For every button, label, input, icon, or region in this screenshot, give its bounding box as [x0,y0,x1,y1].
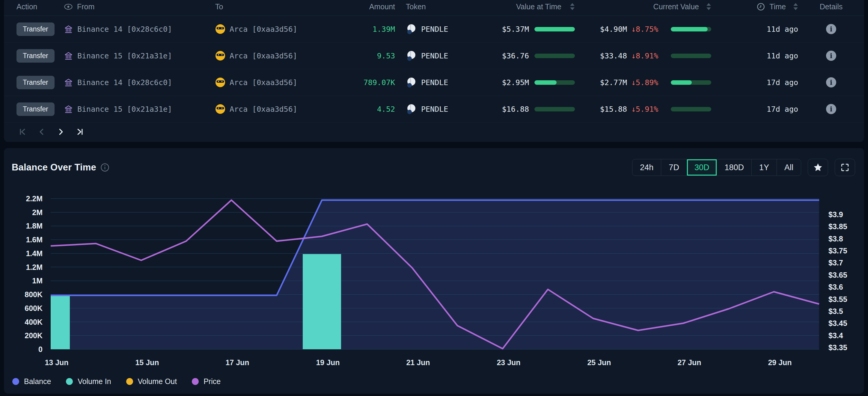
details-info-icon[interactable]: i [826,77,836,88]
arca-avatar-icon [215,24,225,34]
column-header-action: Action [4,2,64,11]
current-value: $15.88 [600,105,627,113]
next-page-icon [56,127,66,137]
to-cell[interactable]: Arca [0xaa3d56] [215,77,340,88]
details-info-icon[interactable]: i [826,51,836,61]
column-header-token: Token [395,2,470,11]
eye-icon [64,4,73,10]
prev-page-button[interactable] [36,126,47,137]
legend-item-balance[interactable]: Balance [12,377,51,386]
bank-icon [64,104,73,114]
change-percent: ↓5.91% [631,105,666,113]
time-ago: 17d ago [767,105,798,113]
current-value-cell: $4.90M↓8.75% [575,25,711,34]
from-entity: Binance 15 [0x21a31e] [77,105,172,113]
value-at-time-cell: $16.88 [470,105,575,113]
value-at-time-cell: $5.37M [470,25,575,34]
arca-avatar-icon [215,51,225,61]
transactions-card: ActionFromToAmountTokenValue at TimeCurr… [4,0,864,142]
details-cell: i [798,24,864,34]
column-header-current-value[interactable]: Current Value [575,2,711,11]
time-cell: 17d ago [711,105,798,113]
bank-icon [64,25,73,34]
token-cell[interactable]: PENDLE [395,24,470,35]
range-button-all[interactable]: All [777,159,801,175]
current-value-bar [671,80,711,85]
current-value: $4.90M [600,25,627,34]
from-cell[interactable]: Binance 14 [0x28c6c0] [64,78,215,87]
change-percent: ↓5.89% [631,78,666,87]
token-name: PENDLE [421,52,448,60]
change-percent: ↓8.75% [631,25,666,34]
column-label: From [77,2,94,11]
sort-icon[interactable] [793,2,798,11]
legend-dot [192,378,199,385]
action-badge[interactable]: Transfer [17,102,55,116]
from-entity: Binance 14 [0x28c6c0] [77,25,172,34]
column-header-to: To [215,2,340,11]
value-at-time: $5.37M [502,25,529,34]
table-header-row: ActionFromToAmountTokenValue at TimeCurr… [4,0,864,16]
column-header-details: Details [798,2,864,11]
legend-item-volume-out[interactable]: Volume Out [126,377,177,386]
value-bar [534,80,575,85]
range-button-7d[interactable]: 7D [661,159,687,175]
details-info-icon[interactable]: i [826,104,836,114]
column-label: Token [406,2,426,11]
chart-header: Balance Over Time 24h7D30D180D1YAll [4,148,864,176]
from-cell[interactable]: Binance 15 [0x21a31e] [64,104,215,114]
action-badge[interactable]: Transfer [17,49,55,63]
legend-dot [12,378,19,385]
token-cell[interactable]: PENDLE [395,77,470,88]
last-page-icon [75,127,85,137]
from-cell[interactable]: Binance 15 [0x21a31e] [64,51,215,61]
last-page-button[interactable] [74,126,86,137]
to-cell[interactable]: Arca [0xaa3d56] [215,51,340,61]
column-label: Details [820,2,842,11]
next-page-button[interactable] [56,126,66,137]
legend-label: Volume In [78,377,111,386]
column-header-value-at-time[interactable]: Value at Time [470,2,575,11]
range-button-1y[interactable]: 1Y [751,159,777,175]
column-label: Amount [369,2,395,11]
from-cell[interactable]: Binance 14 [0x28c6c0] [64,25,215,34]
fullscreen-button[interactable] [835,159,855,176]
bank-icon [64,78,73,87]
range-button-30d[interactable]: 30D [687,159,717,175]
first-page-icon [18,127,28,137]
favorite-button[interactable] [808,159,828,176]
pendle-token-icon [406,24,417,35]
legend-item-volume-in[interactable]: Volume In [66,377,111,386]
current-value-cell: $15.88↓5.91% [575,105,711,113]
token-cell[interactable]: PENDLE [395,50,470,61]
table-row: TransferBinance 15 [0x21a31e]Arca [0xaa3… [4,42,864,69]
amount-cell: 789.07K [340,78,395,87]
time-ago: 11d ago [767,25,798,34]
current-value-bar [671,54,711,58]
first-page-button[interactable] [17,126,28,137]
from-entity: Binance 14 [0x28c6c0] [77,78,172,87]
range-button-24h[interactable]: 24h [632,159,661,175]
to-cell[interactable]: Arca [0xaa3d56] [215,24,340,34]
sort-icon[interactable] [570,2,575,11]
details-info-icon[interactable]: i [826,24,836,34]
action-badge[interactable]: Transfer [17,76,55,89]
arca-avatar-icon [215,104,225,114]
range-button-180d[interactable]: 180D [717,159,751,175]
legend-dot [126,378,133,385]
amount-value: 1.39M [373,25,395,34]
chart-info-icon[interactable] [100,163,110,172]
time-cell: 17d ago [711,78,798,87]
column-header-time[interactable]: Time [711,2,798,11]
action-badge[interactable]: Transfer [17,23,55,36]
amount-value: 789.07K [364,78,395,87]
legend-item-price[interactable]: Price [192,377,221,386]
legend-label: Price [204,377,221,386]
pendle-token-icon [406,104,417,115]
to-cell[interactable]: Arca [0xaa3d56] [215,104,340,114]
sort-icon[interactable] [706,2,711,11]
token-cell[interactable]: PENDLE [395,104,470,115]
current-value: $2.77M [600,78,627,87]
amount-value: 4.52 [377,105,395,113]
time-cell: 11d ago [711,52,798,60]
